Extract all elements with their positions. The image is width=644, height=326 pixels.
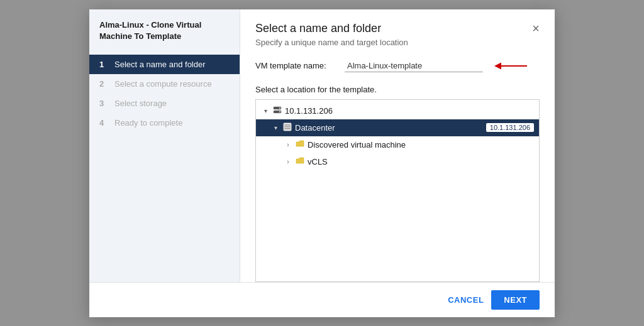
- svg-rect-9: [284, 128, 291, 129]
- arrow-icon: [493, 58, 531, 73]
- tree-row-datacenter[interactable]: ▾ Datacenter 10.1.131.206: [256, 119, 539, 136]
- folder-icon-discovered: [295, 139, 305, 150]
- chevron-right-icon-discovered: ›: [284, 141, 292, 148]
- sidebar-item-compute: 2 Select a compute resource: [89, 74, 240, 94]
- tree-root: ▾ 10.1.131.206: [256, 100, 539, 173]
- arrow-indicator: [493, 58, 531, 73]
- close-button[interactable]: ×: [532, 22, 540, 35]
- vm-name-input[interactable]: [345, 60, 483, 72]
- svg-rect-8: [284, 126, 291, 128]
- content-subtitle: Specify a unique name and target locatio…: [255, 38, 408, 47]
- modal-overlay: Alma-Linux - Clone Virtual Machine To Te…: [0, 0, 644, 326]
- server-icon: [272, 106, 282, 116]
- sidebar-item-4-number: 4: [99, 118, 109, 128]
- chevron-right-icon-vcls: ›: [284, 158, 292, 165]
- folder-icon-vcls: [295, 156, 305, 167]
- tree-row-vcls[interactable]: › vCLS: [256, 153, 539, 170]
- sidebar-item-2-number: 2: [99, 79, 109, 89]
- tree-datacenter-label: Datacenter: [295, 123, 484, 133]
- sidebar-item-3-number: 3: [99, 99, 109, 108]
- main-content: Select a name and folder Specify a uniqu…: [240, 9, 555, 282]
- sidebar-item-4-label: Ready to complete: [114, 118, 182, 128]
- datacenter-icon: [282, 122, 292, 133]
- sidebar-item-ready: 4 Ready to complete: [89, 113, 240, 133]
- sidebar: Alma-Linux - Clone Virtual Machine To Te…: [89, 9, 240, 282]
- tree-datacenter-badge: 10.1.131.206: [486, 123, 534, 132]
- sidebar-item-storage: 3 Select storage: [89, 94, 240, 113]
- tree-vcls-label: vCLS: [308, 157, 534, 166]
- sidebar-item-3-label: Select storage: [114, 99, 167, 108]
- sidebar-item-name-folder[interactable]: 1 Select a name and folder: [89, 55, 240, 74]
- chevron-down-icon-datacenter: ▾: [271, 124, 280, 131]
- modal-footer: CANCEL NEXT: [89, 282, 555, 317]
- vm-name-row: VM template name:: [255, 58, 540, 73]
- location-label: Select a location for the template.: [255, 85, 540, 94]
- chevron-down-icon: ▾: [261, 107, 270, 114]
- vm-name-label: VM template name:: [255, 61, 337, 70]
- content-title: Select a name and folder: [255, 22, 408, 35]
- tree-discovered-vm-label: Discovered virtual machine: [308, 140, 534, 149]
- tree-row-root[interactable]: ▾ 10.1.131.206: [256, 102, 539, 119]
- tree-row-discovered-vm[interactable]: › Discovered virtual machine: [256, 136, 539, 153]
- svg-rect-7: [284, 124, 291, 126]
- tree-root-label: 10.1.131.206: [285, 106, 534, 116]
- svg-point-5: [279, 111, 280, 112]
- modal: Alma-Linux - Clone Virtual Machine To Te…: [89, 9, 555, 317]
- sidebar-item-2-label: Select a compute resource: [114, 79, 212, 89]
- sidebar-app-title: Alma-Linux - Clone Virtual Machine To Te…: [89, 19, 240, 55]
- svg-point-4: [279, 107, 280, 109]
- modal-body: Alma-Linux - Clone Virtual Machine To Te…: [89, 9, 555, 282]
- tree-container[interactable]: ▾ 10.1.131.206: [255, 99, 540, 282]
- next-button[interactable]: NEXT: [491, 290, 540, 310]
- cancel-button[interactable]: CANCEL: [448, 295, 484, 305]
- sidebar-item-1-label: Select a name and folder: [114, 60, 206, 69]
- sidebar-item-1-number: 1: [99, 60, 109, 69]
